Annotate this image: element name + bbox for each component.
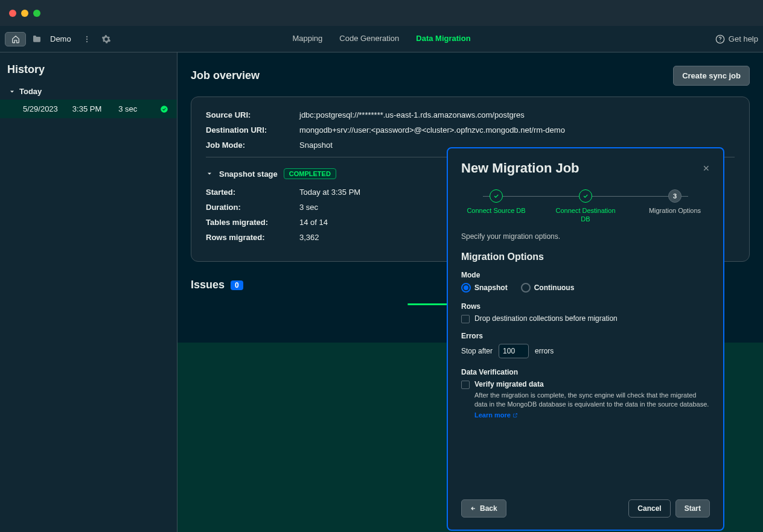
start-button[interactable]: Start [675,499,710,518]
checkbox-icon [461,381,470,389]
get-help-link[interactable]: Get help [715,34,758,44]
stage-title: Snapshot stage [219,169,278,179]
chevron-down-icon [8,88,16,95]
drop-collections-label: Drop destination collections before migr… [474,314,618,323]
history-row[interactable]: 5/29/2023 3:35 PM 3 sec [0,100,177,118]
sidebar-title: History [0,52,177,83]
radio-snapshot-label: Snapshot [474,283,508,292]
step-migration-options: 3 Migration Options [645,189,705,215]
wizard-stepper: Connect Source DB Connect Destination DB… [448,181,723,226]
job-mode-label: Job Mode: [206,141,299,150]
traffic-light-zoom[interactable] [33,10,40,17]
step-3-circle: 3 [668,189,682,203]
verify-data-label: Verify migrated data [474,380,710,388]
radio-icon [461,283,471,293]
back-label: Back [480,504,497,513]
verify-data-desc: After the migration is complete, the syn… [474,391,710,410]
step-connect-source: Connect Source DB [466,189,526,215]
learn-more-label: Learn more [474,411,511,419]
home-button[interactable] [5,32,26,46]
issues-title: Issues [191,279,225,291]
folder-icon [28,31,45,48]
app-toolbar: Demo Mapping Code Generation Data Migrat… [0,26,763,52]
step-1-label: Connect Source DB [467,206,525,215]
duration-label: Duration: [206,203,299,212]
chevron-down-icon[interactable] [206,170,213,177]
migration-options-title: Migration Options [461,252,710,262]
step-1-circle [490,189,503,203]
modal-title: New Migration Job [461,160,579,176]
traffic-light-close[interactable] [9,10,16,17]
svg-point-4 [720,40,720,41]
external-link-icon [512,413,518,418]
mode-label: Mode [461,271,710,279]
get-help-label: Get help [729,34,758,43]
step-2-circle [579,189,592,203]
verify-section-label: Data Verification [461,368,710,376]
svg-point-1 [86,38,88,39]
svg-point-5 [161,106,168,113]
history-day-group[interactable]: Today [0,83,177,100]
rows-section-label: Rows [461,302,710,311]
job-mode-value: Snapshot [299,141,333,150]
duration-value: 3 sec [299,203,318,212]
step-3-label: Migration Options [649,206,701,215]
help-icon [715,34,725,44]
source-uri-value: jdbc:postgresql://********.us-east-1.rds… [299,110,525,119]
create-sync-job-button[interactable]: Create sync job [673,66,750,86]
history-date: 5/29/2023 [23,104,58,113]
more-icon[interactable] [78,31,95,48]
radio-icon [521,283,531,293]
svg-point-2 [86,40,88,42]
close-icon[interactable]: ✕ [703,163,710,173]
new-migration-job-modal: New Migration Job ✕ Connect Source DB Co… [447,147,724,531]
errors-section-label: Errors [461,332,710,340]
traffic-light-minimize[interactable] [21,10,28,17]
drop-collections-check[interactable]: Drop destination collections before migr… [461,314,710,323]
checkbox-icon [461,315,470,323]
stop-after-pre: Stop after [461,347,493,355]
radio-snapshot[interactable]: Snapshot [461,283,508,293]
check-icon [583,193,589,199]
issues-count-badge: 0 [231,280,243,290]
stop-after-post: errors [535,347,554,355]
rows-value: 3,362 [299,233,319,242]
history-duration: 3 sec [118,104,137,113]
tables-value: 14 of 14 [299,218,328,227]
tables-label: Tables migrated: [206,218,299,227]
modal-hint: Specify your migration options. [461,232,710,241]
day-label: Today [19,87,42,96]
svg-point-0 [86,36,88,37]
step-2-label: Connect Destination DB [555,206,616,224]
gear-icon[interactable] [98,31,115,48]
check-icon [493,193,499,199]
back-button[interactable]: Back [461,499,506,518]
started-value: Today at 3:35 PM [299,188,360,197]
dest-uri-value: mongodb+srv://user:<password>@<cluster>.… [299,125,565,135]
status-badge: COMPLETED [284,168,336,179]
learn-more-link[interactable]: Learn more [474,411,518,419]
source-uri-label: Source URI: [206,110,299,119]
history-sidebar: History Today 5/29/2023 3:35 PM 3 sec [0,52,177,532]
verify-data-check[interactable]: Verify migrated data After the migration… [461,380,710,420]
history-time: 3:35 PM [72,104,101,113]
page-title: Job overview [191,69,260,82]
radio-continuous[interactable]: Continuous [521,283,575,293]
success-icon [160,105,168,113]
radio-continuous-label: Continuous [534,283,575,292]
project-name: Demo [50,34,71,43]
stop-after-input[interactable] [499,344,529,358]
cancel-button[interactable]: Cancel [628,499,670,518]
step-connect-destination: Connect Destination DB [555,189,616,224]
started-label: Started: [206,188,299,197]
arrow-left-icon [470,505,476,511]
dest-uri-label: Destination URI: [206,125,299,135]
rows-label: Rows migrated: [206,233,299,242]
